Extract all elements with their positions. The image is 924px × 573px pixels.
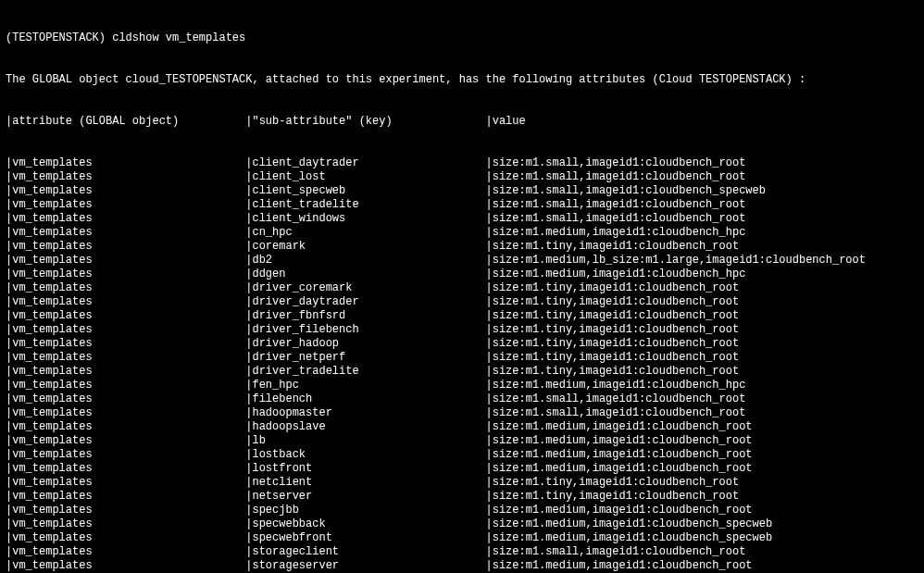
- table-row: |vm_templates |netserver |size:m1.tiny,i…: [6, 490, 918, 504]
- table-row: |vm_templates |lb |size:m1.medium,imagei…: [6, 434, 918, 448]
- prompt-command: cldshow vm_templates: [112, 31, 245, 44]
- table-row: |vm_templates |db2 |size:m1.medium,lb_si…: [6, 254, 918, 268]
- table-row: |vm_templates |specwebback |size:m1.medi…: [6, 517, 918, 531]
- table-row: |vm_templates |driver_daytrader |size:m1…: [6, 295, 918, 309]
- table-row: |vm_templates |coremark |size:m1.tiny,im…: [6, 240, 918, 254]
- terminal-output: (TESTOPENSTACK) cldshow vm_templates The…: [0, 0, 924, 573]
- table-row: |vm_templates |specwebfront |size:m1.med…: [6, 531, 918, 545]
- table-row: |vm_templates |storageserver |size:m1.me…: [6, 559, 918, 573]
- table-row: |vm_templates |lostback |size:m1.medium,…: [6, 448, 918, 462]
- table-row: |vm_templates |filebench |size:m1.small,…: [6, 392, 918, 406]
- table-row: |vm_templates |driver_tradelite |size:m1…: [6, 365, 918, 379]
- table-row: |vm_templates |driver_fbnfsrd |size:m1.t…: [6, 309, 918, 323]
- table-row: |vm_templates |cn_hpc |size:m1.medium,im…: [6, 226, 918, 240]
- table-row: |vm_templates |ddgen |size:m1.medium,ima…: [6, 268, 918, 281]
- table-row: |vm_templates |driver_filebench |size:m1…: [6, 323, 918, 337]
- table-row: |vm_templates |driver_coremark |size:m1.…: [6, 281, 918, 295]
- table-row: |vm_templates |driver_hadoop |size:m1.ti…: [6, 337, 918, 351]
- table-row: |vm_templates |specjbb |size:m1.medium,i…: [6, 504, 918, 517]
- table-row: |vm_templates |client_lost |size:m1.smal…: [6, 170, 918, 184]
- table-row: |vm_templates |lostfront |size:m1.medium…: [6, 462, 918, 476]
- intro-line: The GLOBAL object cloud_TESTOPENSTACK, a…: [6, 73, 918, 87]
- table-row: |vm_templates |hadoopmaster |size:m1.sma…: [6, 406, 918, 420]
- table-row: |vm_templates |hadoopslave |size:m1.medi…: [6, 420, 918, 434]
- table-row: |vm_templates |client_daytrader |size:m1…: [6, 156, 918, 170]
- table-row: |vm_templates |client_specweb |size:m1.s…: [6, 184, 918, 198]
- table-row: |vm_templates |client_windows |size:m1.s…: [6, 212, 918, 226]
- table-row: |vm_templates |client_tradelite |size:m1…: [6, 198, 918, 212]
- table-row: |vm_templates |fen_hpc |size:m1.medium,i…: [6, 379, 918, 392]
- table-row: |vm_templates |driver_netperf |size:m1.t…: [6, 351, 918, 365]
- table-body: |vm_templates |client_daytrader |size:m1…: [6, 156, 918, 573]
- table-header-row: |attribute (GLOBAL object) |"sub-attribu…: [6, 115, 918, 129]
- prompt-line[interactable]: (TESTOPENSTACK) cldshow vm_templates: [6, 31, 918, 45]
- table-row: |vm_templates |netclient |size:m1.tiny,i…: [6, 476, 918, 490]
- table-row: |vm_templates |storageclient |size:m1.sm…: [6, 545, 918, 559]
- prompt-prefix: (TESTOPENSTACK): [6, 31, 112, 44]
